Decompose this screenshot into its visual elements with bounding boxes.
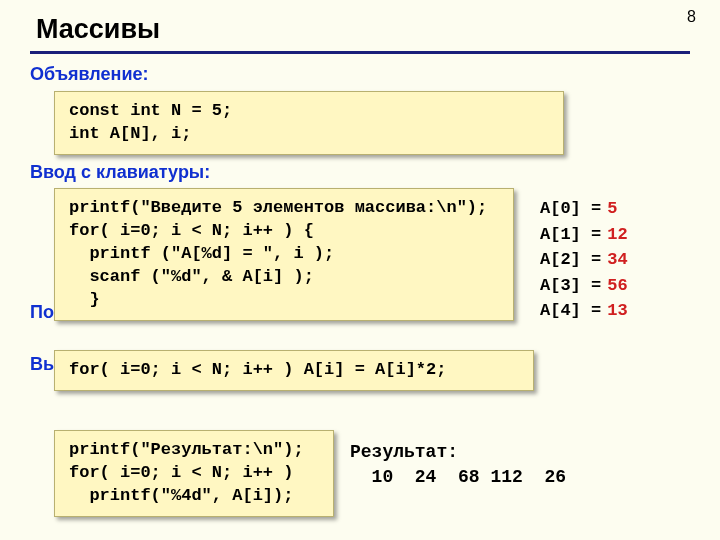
code-transform: for( i=0; i < N; i++ ) A[i] = A[i]*2; — [54, 350, 534, 391]
page-title: Массивы — [36, 14, 690, 45]
code-input: printf("Введите 5 элементов массива:\n")… — [54, 188, 514, 321]
title-rule — [30, 51, 690, 54]
code-declaration: const int N = 5; int A[N], i; — [54, 91, 564, 155]
array-val: 13 — [607, 301, 627, 320]
code-output: printf("Результат:\n"); for( i=0; i < N;… — [54, 430, 334, 517]
page-number: 8 — [687, 8, 696, 26]
result-output: Результат: 10 24 68 112 26 — [350, 440, 566, 490]
array-row: A[0] =5 — [540, 196, 628, 222]
array-row: A[1] =12 — [540, 222, 628, 248]
array-val: 56 — [607, 276, 627, 295]
array-row: A[2] =34 — [540, 247, 628, 273]
array-key: A[1] = — [540, 225, 601, 244]
result-values: 10 24 68 112 26 — [350, 467, 566, 487]
array-row: A[4] =13 — [540, 298, 628, 324]
slide: 8 Массивы Объявление: const int N = 5; i… — [0, 0, 720, 540]
array-val: 34 — [607, 250, 627, 269]
result-label: Результат: — [350, 442, 458, 462]
array-val: 12 — [607, 225, 627, 244]
array-key: A[2] = — [540, 250, 601, 269]
section-input: Ввод с клавиатуры: — [30, 162, 210, 183]
array-val: 5 — [607, 199, 617, 218]
array-key: A[4] = — [540, 301, 601, 320]
array-key: A[3] = — [540, 276, 601, 295]
array-sample-values: A[0] =5 A[1] =12 A[2] =34 A[3] =56 A[4] … — [540, 196, 628, 324]
section-processing: По — [30, 302, 54, 323]
array-key: A[0] = — [540, 199, 601, 218]
section-declaration: Объявление: — [30, 64, 690, 85]
array-row: A[3] =56 — [540, 273, 628, 299]
